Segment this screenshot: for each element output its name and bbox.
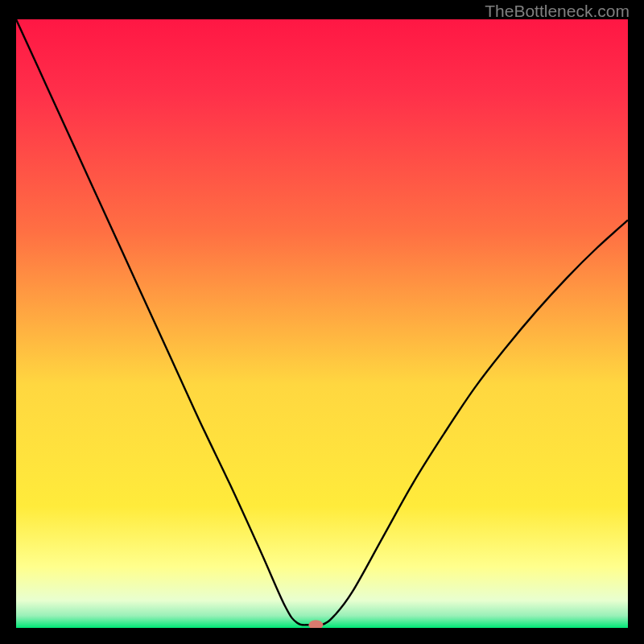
plot-area — [16, 19, 628, 628]
watermark-text: TheBottleneck.com — [485, 2, 630, 21]
gradient-background — [16, 19, 628, 628]
chart-svg — [16, 19, 628, 628]
chart-container: TheBottleneck.com — [0, 0, 644, 644]
